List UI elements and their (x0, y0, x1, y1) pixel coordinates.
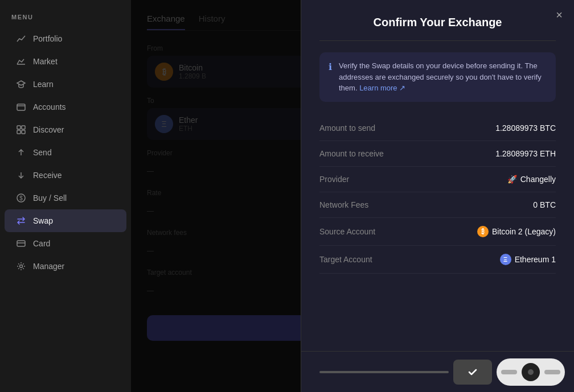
sidebar-item-label: Accounts (33, 102, 66, 112)
menu-label: MENU (0, 9, 131, 27)
checkmark-icon (467, 366, 478, 378)
info-box: ℹ Verify the Swap details on your device… (319, 52, 556, 102)
sidebar-item-label: Manager (33, 262, 64, 271)
sidebar-item-accounts[interactable]: Accounts (5, 96, 126, 118)
target-account-detail-value: Ξ Ethereum 1 (500, 254, 556, 265)
sidebar-item-label: Card (33, 239, 50, 248)
sidebar: MENU Portfolio Market Learn (0, 0, 131, 392)
provider-detail-row: Provider 🚀 Changelly (319, 167, 556, 192)
network-fees-detail-row: Network Fees 0 BTC (319, 192, 556, 218)
device-right-btn (544, 370, 560, 374)
source-account-badge: ₿ (477, 226, 489, 237)
card-icon (16, 238, 26, 249)
svg-rect-4 (17, 130, 20, 134)
sidebar-item-receive[interactable]: Receive (5, 164, 126, 187)
learn-icon (16, 79, 26, 89)
svg-rect-2 (17, 126, 20, 129)
amount-to-receive-label: Amount to receive (319, 149, 384, 158)
main-content: Exchange History From ₿ Bitcoin 1.2809 B… (131, 0, 574, 392)
target-account-detail-label: Target Account (319, 255, 372, 264)
svg-text:$: $ (19, 195, 23, 201)
provider-detail-value: 🚀 Changelly (507, 175, 556, 184)
network-fees-detail-label: Network Fees (319, 200, 368, 209)
provider-detail-label: Provider (319, 175, 349, 184)
sidebar-item-label: Discover (33, 125, 64, 134)
amount-to-send-row: Amount to send 1.28089973 BTC (319, 115, 556, 141)
modal-divider (319, 40, 556, 41)
modal-close-button[interactable]: × (556, 9, 563, 20)
sidebar-item-label: Portfolio (33, 34, 62, 43)
buy-sell-icon: $ (16, 193, 26, 203)
svg-rect-5 (22, 130, 25, 134)
device-left-btn (501, 370, 517, 374)
device-circle (522, 363, 540, 381)
sidebar-item-buy-sell[interactable]: $ Buy / Sell (5, 187, 126, 209)
send-icon (16, 147, 26, 158)
info-text: Verify the Swap details on your device b… (339, 60, 547, 94)
accounts-icon (16, 102, 26, 112)
hw-cable-line (319, 371, 449, 373)
source-account-value: ₿ Bitcoin 2 (Legacy) (477, 226, 556, 237)
target-account-badge: Ξ (500, 254, 511, 265)
swap-icon (16, 216, 26, 226)
modal-overlay: × Confirm Your Exchange ℹ Verify the Swa… (131, 0, 574, 392)
modal-title: Confirm Your Exchange (319, 16, 556, 29)
learn-more-link[interactable]: Learn more ↗ (359, 84, 405, 92)
sidebar-item-manager[interactable]: Manager (5, 255, 126, 278)
sidebar-item-swap[interactable]: Swap (5, 209, 126, 232)
sidebar-item-card[interactable]: Card (5, 232, 126, 255)
amount-to-send-value: 1.28089973 BTC (495, 123, 556, 133)
amount-to-receive-row: Amount to receive 1.28089973 ETH (319, 141, 556, 167)
receive-icon (16, 170, 26, 180)
svg-point-13 (528, 369, 534, 375)
market-icon (16, 56, 26, 67)
hw-confirm-button[interactable] (453, 360, 492, 385)
sidebar-item-label: Learn (33, 80, 54, 89)
hardware-confirm-strip (301, 351, 574, 392)
changelly-icon: 🚀 (507, 175, 517, 184)
svg-point-12 (20, 265, 23, 268)
svg-rect-10 (17, 241, 25, 246)
sidebar-item-label: Swap (33, 216, 53, 225)
sidebar-item-send[interactable]: Send (5, 141, 126, 164)
confirm-exchange-modal: × Confirm Your Exchange ℹ Verify the Swa… (301, 0, 574, 392)
sidebar-item-label: Market (33, 57, 58, 66)
sidebar-item-label: Receive (33, 171, 62, 180)
portfolio-icon (16, 34, 26, 44)
hardware-device (497, 358, 565, 386)
amount-to-receive-value: 1.28089973 ETH (495, 149, 556, 158)
svg-rect-1 (17, 104, 25, 110)
info-icon: ℹ (329, 61, 332, 94)
target-account-detail-row: Target Account Ξ Ethereum 1 (319, 246, 556, 274)
sidebar-item-label: Send (33, 148, 52, 157)
source-account-row: Source Account ₿ Bitcoin 2 (Legacy) (319, 218, 556, 246)
discover-icon (16, 125, 26, 135)
amount-to-send-label: Amount to send (319, 123, 375, 133)
device-screen-icon (526, 368, 535, 377)
source-account-label: Source Account (319, 227, 375, 236)
sidebar-item-learn[interactable]: Learn (5, 73, 126, 96)
network-fees-detail-value: 0 BTC (533, 200, 556, 209)
sidebar-item-market[interactable]: Market (5, 50, 126, 73)
sidebar-item-discover[interactable]: Discover (5, 118, 126, 141)
sidebar-item-label: Buy / Sell (33, 193, 67, 203)
manager-icon (16, 261, 26, 271)
svg-rect-3 (22, 126, 25, 129)
sidebar-item-portfolio[interactable]: Portfolio (5, 27, 126, 50)
